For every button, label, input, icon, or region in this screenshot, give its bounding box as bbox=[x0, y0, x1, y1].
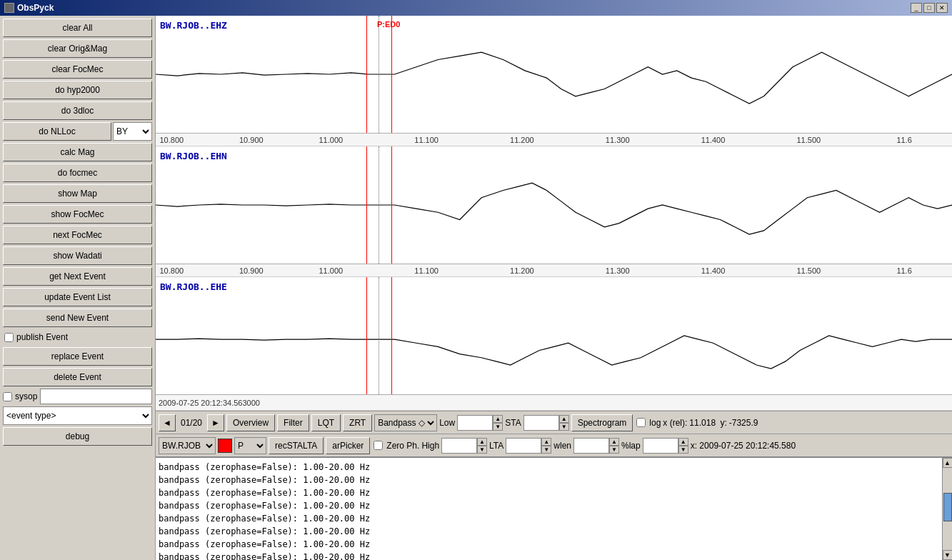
phase-select[interactable]: P bbox=[234, 437, 266, 454]
clear-orig-mag-button[interactable]: clear Orig&Mag bbox=[3, 39, 152, 58]
x2-tick-5: 11.200 bbox=[510, 266, 534, 275]
zero-ph-checkbox[interactable] bbox=[374, 441, 383, 450]
log-line: bandpass (zerophase=False): 1.00-20.00 H… bbox=[159, 538, 939, 551]
show-focmec-button[interactable]: show FocMec bbox=[3, 205, 152, 224]
x2-tick-4: 11.100 bbox=[414, 266, 439, 275]
x-tick-5: 11.200 bbox=[510, 136, 534, 144]
low-label: Low bbox=[439, 418, 455, 428]
show-map-button[interactable]: show Map bbox=[3, 184, 152, 203]
x-tick-2: 10.900 bbox=[239, 136, 264, 144]
do-nlloc-button[interactable]: do NLLoc bbox=[3, 122, 111, 141]
plap-spinner-down[interactable]: ▼ bbox=[678, 446, 688, 454]
station-select[interactable]: BW.RJOB bbox=[159, 437, 216, 454]
lta-spinner-down[interactable]: ▼ bbox=[541, 446, 551, 454]
scroll-down-button[interactable]: ▼ bbox=[943, 550, 953, 560]
track-ehe[interactable]: BW.RJOB..EHE bbox=[156, 277, 952, 395]
x-axis-2: 10.800 10.900 11.000 11.100 11.200 11.30… bbox=[156, 264, 952, 277]
clear-focmec-button[interactable]: clear FocMec bbox=[3, 60, 152, 79]
nav-prev-button[interactable]: ◄ bbox=[159, 414, 176, 431]
track-ehn-waveform bbox=[156, 146, 952, 264]
wlen-spinner-up[interactable]: ▲ bbox=[609, 438, 619, 446]
sta-input[interactable]: 0.50 bbox=[523, 415, 559, 431]
x-tick-7: 11.400 bbox=[701, 136, 726, 144]
high-input[interactable]: 1.00 bbox=[441, 438, 477, 454]
x2-tick-9: 11.6 bbox=[896, 266, 911, 275]
log-text: bandpass (zerophase=False): 1.00-20.00 H… bbox=[156, 458, 942, 560]
filter-button[interactable]: Filter bbox=[277, 414, 309, 431]
get-next-event-button[interactable]: get Next Event bbox=[3, 267, 152, 286]
nav-next-button[interactable]: ► bbox=[207, 414, 224, 431]
sta-spinner-down[interactable]: ▼ bbox=[559, 423, 569, 431]
scroll-thumb[interactable] bbox=[943, 493, 952, 521]
track-ehn[interactable]: BW.RJOB..EHN bbox=[156, 146, 952, 264]
low-input[interactable]: 20.00 bbox=[457, 415, 493, 431]
p-line-1 bbox=[366, 16, 367, 133]
send-new-event-button[interactable]: send New Event bbox=[3, 309, 152, 327]
toolbar-row-1: ◄ 01/20 ► Overview Filter LQT ZRT Bandpa… bbox=[156, 411, 952, 434]
zrt-button[interactable]: ZRT bbox=[343, 414, 372, 431]
ehe-line-2 bbox=[391, 277, 392, 394]
wlen-input[interactable]: 0.40 bbox=[573, 438, 609, 454]
do-focmec-button[interactable]: do focmec bbox=[3, 164, 152, 182]
delete-event-button[interactable]: delete Event bbox=[3, 368, 152, 386]
calc-mag-button[interactable]: calc Mag bbox=[3, 143, 152, 161]
x-tick-6: 11.300 bbox=[606, 136, 630, 144]
ehn-line-1 bbox=[366, 146, 367, 264]
scroll-track[interactable] bbox=[943, 468, 953, 550]
overview-button[interactable]: Overview bbox=[226, 414, 275, 431]
lta-input[interactable]: 10.00 bbox=[506, 438, 541, 454]
nlloc-select[interactable]: BY bbox=[113, 122, 152, 141]
low-spinner-up[interactable]: ▲ bbox=[493, 415, 503, 423]
sysop-label: sysop bbox=[15, 391, 37, 401]
log-line: bandpass (zerophase=False): 1.00-20.00 H… bbox=[159, 486, 939, 499]
ehn-line-dotted bbox=[379, 146, 379, 264]
plap-input[interactable]: 0.90 bbox=[643, 438, 678, 454]
sysop-input[interactable] bbox=[40, 389, 152, 404]
spectrogram-button[interactable]: Spectrogram bbox=[571, 414, 633, 431]
maximize-button[interactable]: □ bbox=[923, 3, 935, 13]
lta-spinner-up[interactable]: ▲ bbox=[541, 438, 551, 446]
log-checkbox[interactable] bbox=[636, 418, 646, 427]
log-line: bandpass (zerophase=False): 1.00-20.00 H… bbox=[159, 474, 939, 486]
update-event-list-button[interactable]: update Event List bbox=[3, 288, 152, 306]
x-abs-label: x: 2009-07-25 20:12:45.580 bbox=[691, 441, 796, 451]
close-button[interactable]: ✕ bbox=[936, 3, 948, 13]
plap-spinner-up[interactable]: ▲ bbox=[678, 438, 688, 446]
clear-all-button[interactable]: clear All bbox=[3, 19, 152, 37]
publish-event-checkbox[interactable] bbox=[4, 333, 14, 342]
rec-stalta-button[interactable]: recSTALTA bbox=[269, 437, 324, 454]
high-spinner-up[interactable]: ▲ bbox=[477, 438, 487, 446]
x-tick-4: 11.100 bbox=[414, 136, 439, 144]
x2-tick-7: 11.400 bbox=[701, 266, 726, 275]
p-line-dotted bbox=[379, 16, 379, 133]
waveform-area: BW.RJOB..EHZ P:ED0 10.800 10.900 11.000 … bbox=[156, 16, 952, 411]
next-focmec-button[interactable]: next FocMec bbox=[3, 226, 152, 244]
do-hyp2000-button[interactable]: do hyp2000 bbox=[3, 81, 152, 99]
event-type-select[interactable]: <event type> bbox=[3, 406, 152, 425]
debug-button[interactable]: debug bbox=[3, 427, 152, 446]
ar-picker-button[interactable]: arPicker bbox=[326, 437, 370, 454]
show-wadati-button[interactable]: show Wadati bbox=[3, 246, 152, 265]
track-ehz-waveform bbox=[156, 16, 952, 133]
track-ehz[interactable]: BW.RJOB..EHZ P:ED0 bbox=[156, 16, 952, 134]
track-ehe-label: BW.RJOB..EHE bbox=[160, 281, 227, 292]
track-ehe-waveform bbox=[156, 277, 952, 394]
track-ehz-label: BW.RJOB..EHZ bbox=[160, 20, 227, 31]
high-label: High bbox=[421, 441, 439, 451]
bandpass-select[interactable]: Bandpass ◇ bbox=[374, 414, 437, 431]
wlen-spinner-down[interactable]: ▼ bbox=[609, 446, 619, 454]
sysop-checkbox[interactable] bbox=[3, 392, 12, 401]
minimize-button[interactable]: _ bbox=[911, 3, 922, 13]
lqt-button[interactable]: LQT bbox=[311, 414, 341, 431]
ehe-line-dotted bbox=[379, 277, 379, 394]
scroll-up-button[interactable]: ▲ bbox=[943, 458, 953, 468]
sta-spinner-up[interactable]: ▲ bbox=[559, 415, 569, 423]
log-line: bandpass (zerophase=False): 1.00-20.00 H… bbox=[159, 499, 939, 512]
low-spinner-down[interactable]: ▼ bbox=[493, 423, 503, 431]
high-spinner-down[interactable]: ▼ bbox=[477, 446, 487, 454]
ehe-line-1 bbox=[366, 277, 367, 394]
zero-ph-label: Zero Ph. bbox=[386, 441, 419, 451]
x2-tick-2: 10.900 bbox=[239, 266, 264, 275]
replace-event-button[interactable]: replace Event bbox=[3, 347, 152, 366]
do-3dloc-button[interactable]: do 3dloc bbox=[3, 101, 152, 120]
